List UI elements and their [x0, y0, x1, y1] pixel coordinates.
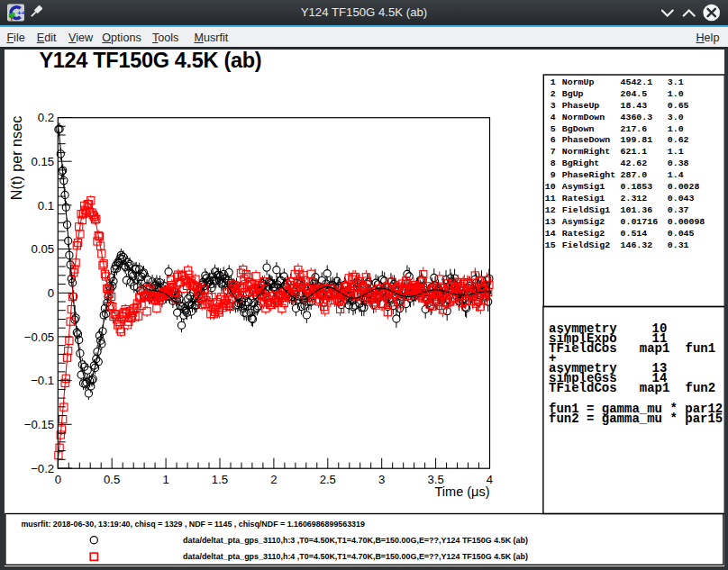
svg-text:fun2 = gamma_mu * par15: fun2 = gamma_mu * par15	[549, 411, 723, 425]
svg-text:Y124 TF150G 4.5K (ab): Y124 TF150G 4.5K (ab)	[40, 50, 262, 72]
svg-text:BgUp: BgUp	[562, 88, 584, 98]
svg-text:1.4: 1.4	[668, 170, 684, 180]
svg-text:15: 15	[545, 240, 556, 249]
svg-text:0.01716: 0.01716	[621, 216, 659, 226]
svg-text:NormDown: NormDown	[562, 112, 605, 122]
svg-text:0.15: 0.15	[32, 154, 55, 167]
svg-text:204.5: 204.5	[621, 88, 648, 98]
svg-text:RateSig1: RateSig1	[562, 194, 605, 204]
svg-text:1.1: 1.1	[668, 147, 684, 157]
svg-text:0.2: 0.2	[38, 111, 54, 124]
svg-text:data/deltat_pta_gps_3110,h:4 ,: data/deltat_pta_gps_3110,h:4 ,T0=4.50K,T…	[183, 551, 528, 561]
svg-text:7: 7	[551, 147, 556, 157]
svg-text:146.32: 146.32	[621, 240, 653, 249]
svg-text:map1: map1	[640, 380, 670, 394]
svg-text:4542.1: 4542.1	[621, 77, 653, 86]
svg-text:199.81: 199.81	[621, 135, 653, 145]
svg-text:FieldSig2: FieldSig2	[562, 240, 610, 249]
svg-text:1: 1	[162, 472, 168, 485]
svg-text:10: 10	[545, 182, 556, 192]
svg-text:1.0: 1.0	[668, 123, 684, 133]
svg-text:3: 3	[551, 100, 556, 110]
svg-text:0.38: 0.38	[668, 158, 689, 168]
svg-text:14: 14	[545, 228, 556, 238]
svg-text:4: 4	[551, 112, 556, 122]
svg-text:musrfit: 2018-06-30, 13:19:40,: musrfit: 2018-06-30, 13:19:40, chisq = 1…	[21, 518, 365, 528]
svg-text:0: 0	[48, 285, 54, 299]
svg-text:RateSig2: RateSig2	[562, 228, 605, 238]
svg-text:0.05: 0.05	[32, 242, 55, 256]
svg-text:9: 9	[551, 170, 556, 180]
svg-text:1: 1	[551, 77, 556, 86]
svg-text:0: 0	[55, 472, 61, 485]
svg-text:287.0: 287.0	[621, 170, 648, 180]
svg-text:fun2: fun2	[686, 380, 716, 394]
svg-text:PhaseDown: PhaseDown	[562, 135, 610, 145]
svg-text:fun1: fun1	[686, 340, 716, 355]
svg-text:PhaseRight: PhaseRight	[562, 170, 615, 180]
svg-text:AsymSig1: AsymSig1	[562, 182, 605, 192]
svg-text:0.1: 0.1	[38, 198, 54, 212]
svg-text:1.5: 1.5	[212, 472, 228, 485]
svg-text:2: 2	[551, 88, 556, 98]
svg-text:map1: map1	[640, 340, 670, 355]
svg-text:N(t) per nsec: N(t) per nsec	[8, 115, 24, 200]
svg-text:0.5: 0.5	[104, 472, 120, 485]
svg-text:0.0028: 0.0028	[668, 182, 700, 192]
svg-text:217.6: 217.6	[621, 123, 648, 133]
svg-text:0.043: 0.043	[668, 194, 695, 204]
svg-text:2: 2	[270, 472, 277, 485]
svg-text:6: 6	[551, 135, 556, 145]
svg-text:2.312: 2.312	[621, 194, 648, 204]
svg-text:0.514: 0.514	[621, 228, 648, 238]
svg-text:42.62: 42.62	[621, 158, 648, 168]
svg-text:8: 8	[551, 158, 556, 168]
svg-text:12: 12	[545, 204, 556, 214]
svg-text:4360.3: 4360.3	[621, 112, 653, 122]
svg-text:−0.1: −0.1	[31, 374, 54, 387]
svg-text:2.5: 2.5	[320, 472, 336, 485]
svg-text:101.36: 101.36	[621, 204, 653, 214]
svg-text:BgRight: BgRight	[562, 158, 599, 168]
svg-text:0.65: 0.65	[668, 100, 689, 110]
svg-text:FieldSig1: FieldSig1	[562, 204, 610, 214]
svg-text:AsymSig2: AsymSig2	[562, 216, 605, 226]
svg-text:3.0: 3.0	[668, 112, 684, 122]
svg-text:Time (μs): Time (μs)	[435, 484, 490, 499]
svg-text:0.62: 0.62	[668, 135, 689, 145]
svg-text:−0.15: −0.15	[24, 417, 54, 430]
svg-text:PhaseUp: PhaseUp	[562, 100, 600, 110]
svg-text:0.1853: 0.1853	[621, 182, 653, 192]
svg-text:TFieldCos: TFieldCos	[549, 380, 617, 394]
svg-text:−0.05: −0.05	[24, 330, 54, 343]
svg-text:11: 11	[545, 194, 556, 204]
svg-text:13: 13	[545, 216, 556, 226]
svg-text:TFieldCos: TFieldCos	[549, 340, 617, 355]
svg-text:NormUp: NormUp	[562, 77, 595, 86]
svg-text:−0.2: −0.2	[31, 461, 54, 475]
svg-text:0.00098: 0.00098	[668, 216, 705, 226]
svg-text:621.1: 621.1	[621, 147, 648, 157]
svg-text:0.37: 0.37	[668, 204, 689, 214]
svg-text:BgDown: BgDown	[562, 123, 595, 133]
svg-text:NormRight: NormRight	[562, 147, 610, 157]
svg-text:1.0: 1.0	[668, 88, 684, 98]
svg-text:0.045: 0.045	[668, 228, 695, 238]
svg-text:18.43: 18.43	[621, 100, 648, 110]
svg-text:data/deltat_pta_gps_3110,h:3 ,: data/deltat_pta_gps_3110,h:3 ,T0=4.50K,T…	[183, 535, 528, 545]
svg-text:0.31: 0.31	[668, 240, 689, 249]
svg-text:3.1: 3.1	[668, 77, 684, 86]
svg-text:3: 3	[378, 472, 385, 485]
svg-text:5: 5	[551, 123, 556, 133]
